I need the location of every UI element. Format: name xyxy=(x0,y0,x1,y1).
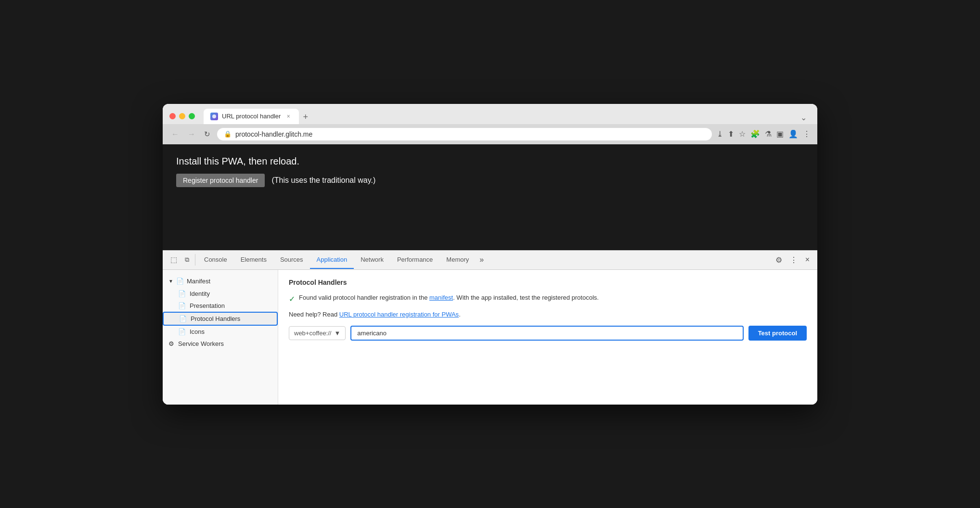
register-protocol-button[interactable]: Register protocol handler xyxy=(176,174,265,187)
account-icon[interactable]: 👤 xyxy=(788,129,798,139)
help-prefix: Need help? Read xyxy=(289,311,339,318)
minimize-traffic-light[interactable] xyxy=(179,113,185,119)
protocol-handlers-label: Protocol Handlers xyxy=(191,315,240,322)
icons-label: Icons xyxy=(190,328,205,335)
maximize-traffic-light[interactable] xyxy=(189,113,195,119)
extensions-icon[interactable]: 🧩 xyxy=(750,129,760,139)
performance-tab[interactable]: Performance xyxy=(390,251,439,269)
url-box[interactable]: 🔒 protocol-handler.glitch.me xyxy=(217,128,712,140)
memory-tab[interactable]: Memory xyxy=(439,251,476,269)
devtools-more-icon[interactable]: ⋮ xyxy=(786,251,801,269)
presentation-file-icon: 📄 xyxy=(178,302,186,309)
protocol-select[interactable]: web+coffee:// ▼ xyxy=(289,326,346,340)
svg-point-0 xyxy=(212,114,216,118)
devtools-sidebar: ▼ 📄 Manifest 📄 Identity 📄 Presentation 📄… xyxy=(163,270,278,405)
sidebar-item-presentation[interactable]: 📄 Presentation xyxy=(163,300,278,312)
identity-file-icon: 📄 xyxy=(178,290,186,297)
service-workers-label: Service Workers xyxy=(178,340,224,347)
help-link[interactable]: URL protocol handler registration for PW… xyxy=(339,311,459,318)
elements-tab[interactable]: Elements xyxy=(234,251,273,269)
sidebar-item-identity[interactable]: 📄 Identity xyxy=(163,288,278,300)
browser-actions: ⤓ ⬆ ☆ 🧩 ⚗ ▣ 👤 ⋮ xyxy=(717,129,811,139)
protocol-handlers-file-icon: 📄 xyxy=(179,315,187,322)
status-text: Found valid protocol handler registratio… xyxy=(299,293,599,303)
devtools-tabs-bar: ⬚ ⧉ Console Elements Sources Application… xyxy=(163,251,817,270)
tab-separator xyxy=(195,254,195,266)
register-note: (This uses the traditional way.) xyxy=(271,176,375,185)
console-tab[interactable]: Console xyxy=(197,251,234,269)
address-bar: ← → ↻ 🔒 protocol-handler.glitch.me ⤓ ⬆ ☆… xyxy=(163,124,817,144)
application-tab[interactable]: Application xyxy=(310,251,354,269)
icons-file-icon: 📄 xyxy=(178,328,186,335)
star-icon[interactable]: ☆ xyxy=(739,129,746,139)
url-text: protocol-handler.glitch.me xyxy=(235,130,705,138)
protocol-value: web+coffee:// xyxy=(294,330,331,337)
service-workers-section[interactable]: ⚙ Service Workers xyxy=(163,338,278,350)
register-row: Register protocol handler (This uses the… xyxy=(176,174,804,187)
tab-title: URL protocol handler xyxy=(222,113,281,120)
sidebar-item-protocol-handlers[interactable]: 📄 Protocol Handlers xyxy=(163,312,278,326)
forward-button[interactable]: → xyxy=(186,128,197,140)
device-toolbar-icon[interactable]: ⧉ xyxy=(181,251,193,268)
close-traffic-light[interactable] xyxy=(169,113,176,119)
lock-icon: 🔒 xyxy=(224,130,232,138)
pwa-heading: Install this PWA, then reload. xyxy=(176,156,804,167)
devtools-close-icon[interactable]: × xyxy=(801,251,813,269)
success-check-icon: ✓ xyxy=(289,293,295,305)
sidebar-item-icons[interactable]: 📄 Icons xyxy=(163,326,278,338)
tabs-row: URL protocol handler × + ⌄ xyxy=(204,109,811,124)
browser-window: URL protocol handler × + ⌄ ← → ↻ 🔒 proto… xyxy=(163,104,817,405)
title-bar: URL protocol handler × + ⌄ xyxy=(163,104,817,124)
tab-favicon-icon xyxy=(210,113,218,120)
devtools-settings-icon[interactable]: ⚙ xyxy=(772,251,786,269)
identity-label: Identity xyxy=(190,290,210,297)
help-row: Need help? Read URL protocol handler reg… xyxy=(289,311,807,318)
download-icon[interactable]: ⤓ xyxy=(717,129,723,139)
tab-close-button[interactable]: × xyxy=(284,113,292,120)
status-text-suffix: . With the app installed, test the regis… xyxy=(453,294,599,301)
manifest-section-header[interactable]: ▼ 📄 Manifest xyxy=(163,275,278,288)
devtools-main-panel: Protocol Handlers ✓ Found valid protocol… xyxy=(278,270,817,405)
status-text-prefix: Found valid protocol handler registratio… xyxy=(299,294,429,301)
manifest-link[interactable]: manifest xyxy=(429,294,453,301)
share-icon[interactable]: ⬆ xyxy=(728,129,734,139)
layout-icon[interactable]: ▣ xyxy=(776,129,784,139)
devtools-body: ▼ 📄 Manifest 📄 Identity 📄 Presentation 📄… xyxy=(163,270,817,405)
inspector-icon[interactable]: ⬚ xyxy=(167,251,181,269)
more-menu-icon[interactable]: ⋮ xyxy=(803,129,811,139)
presentation-label: Presentation xyxy=(190,302,225,309)
page-content: Install this PWA, then reload. Register … xyxy=(163,144,817,250)
help-suffix: . xyxy=(459,311,461,318)
section-title: Protocol Handlers xyxy=(289,279,807,286)
flask-icon[interactable]: ⚗ xyxy=(765,129,772,139)
sources-tab[interactable]: Sources xyxy=(273,251,310,269)
status-row: ✓ Found valid protocol handler registrat… xyxy=(289,293,807,305)
devtools-panel: ⬚ ⧉ Console Elements Sources Application… xyxy=(163,250,817,405)
network-tab[interactable]: Network xyxy=(354,251,390,269)
refresh-button[interactable]: ↻ xyxy=(202,128,212,140)
service-workers-gear-icon: ⚙ xyxy=(168,340,174,347)
traffic-lights xyxy=(169,113,195,119)
active-tab[interactable]: URL protocol handler × xyxy=(204,109,299,124)
manifest-file-icon: 📄 xyxy=(176,278,184,285)
test-protocol-button[interactable]: Test protocol xyxy=(748,326,807,341)
collapse-arrow-icon: ▼ xyxy=(168,279,173,284)
test-protocol-row: web+coffee:// ▼ Test protocol xyxy=(289,326,807,341)
test-protocol-input[interactable] xyxy=(350,326,743,341)
protocol-dropdown-icon: ▼ xyxy=(334,330,340,337)
more-tabs-button[interactable]: » xyxy=(476,251,488,269)
back-button[interactable]: ← xyxy=(169,128,181,140)
new-tab-button[interactable]: + xyxy=(299,110,312,124)
manifest-label: Manifest xyxy=(187,278,210,285)
tab-dropdown-button[interactable]: ⌄ xyxy=(797,111,811,124)
